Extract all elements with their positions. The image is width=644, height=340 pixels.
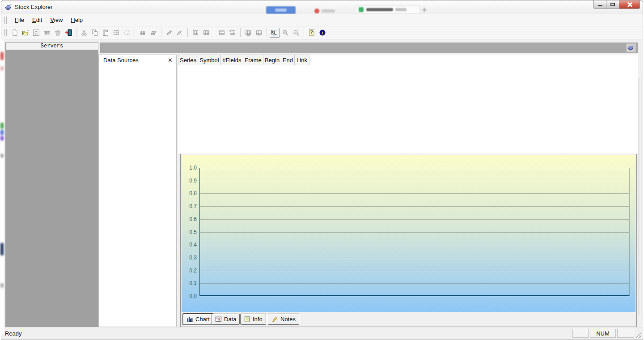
- chart-surface: 1.00.90.80.70.60.50.40.30.20.10.0: [182, 155, 636, 314]
- menu-gripper[interactable]: [4, 17, 7, 24]
- copy-button[interactable]: [90, 28, 100, 38]
- select-frame-button[interactable]: [122, 28, 132, 38]
- gridline: [200, 219, 629, 220]
- tab-label: Chart: [195, 316, 210, 323]
- svg-text:?: ?: [310, 30, 313, 35]
- column-header-frame[interactable]: Frame: [243, 55, 263, 65]
- servers-panel: Servers: [5, 42, 98, 327]
- menu-item-file[interactable]: File: [11, 15, 28, 25]
- window-right-frame: [638, 78, 642, 314]
- series-table-header: SeriesSymbol#FieldsFrameBeginEndLink: [178, 55, 638, 65]
- column-header-end[interactable]: End: [281, 55, 295, 65]
- menu-item-edit[interactable]: Edit: [28, 15, 46, 25]
- find-next-button[interactable]: [148, 28, 158, 38]
- draw-button[interactable]: [164, 28, 174, 38]
- stock-explorer-icon: [628, 45, 634, 51]
- app-window: Stock Explorer FileEditViewHelp ?i Serve…: [1, 0, 643, 340]
- toolbar-separator: [304, 28, 304, 37]
- desktop-artifact: [0, 136, 4, 140]
- cut-button[interactable]: [79, 28, 89, 38]
- resize-grip[interactable]: [635, 332, 641, 338]
- select-frame-icon: [123, 29, 131, 36]
- exit-button[interactable]: [64, 28, 73, 38]
- import-button[interactable]: [42, 28, 52, 38]
- chart-plot-area[interactable]: [199, 168, 630, 296]
- view-tabstrip: ChartDataInfoNotes: [181, 312, 636, 326]
- delete-row-button[interactable]: [228, 28, 237, 38]
- gridline: [200, 193, 629, 194]
- open-file-icon: [22, 29, 29, 36]
- close-icon: [627, 2, 632, 7]
- zoom-in-button[interactable]: [280, 28, 290, 38]
- background-blue-button-label-artifact: [275, 8, 287, 12]
- series-table-body[interactable]: [178, 65, 638, 153]
- status-cell-num: NUM: [590, 329, 616, 338]
- y-tick-label: 0.0: [182, 293, 197, 299]
- draw-poly-button[interactable]: [175, 28, 185, 38]
- tab-label: Data: [224, 316, 236, 323]
- zoom-out-button[interactable]: [291, 28, 301, 38]
- delete-column-button[interactable]: [201, 28, 211, 38]
- explorer-icon-button[interactable]: [626, 43, 636, 52]
- servers-panel-body[interactable]: [5, 50, 98, 327]
- tab-chart[interactable]: Chart: [183, 314, 213, 325]
- svg-text:i: i: [322, 30, 323, 35]
- minimize-button[interactable]: [593, 0, 606, 9]
- menu-item-help[interactable]: Help: [67, 15, 87, 25]
- gridline: [200, 168, 629, 168]
- status-bar: Ready NUM: [2, 327, 642, 339]
- copy-icon: [91, 29, 98, 36]
- tab-info[interactable]: Info: [240, 314, 266, 325]
- merge-cells-button[interactable]: [243, 28, 253, 38]
- y-tick-label: 0.4: [182, 242, 197, 248]
- paste-button[interactable]: [101, 28, 110, 38]
- split-window-button[interactable]: [111, 28, 121, 38]
- toolbar-separator: [240, 28, 241, 37]
- title-bar[interactable]: Stock Explorer: [1, 0, 643, 14]
- maximize-button[interactable]: [606, 0, 619, 9]
- column-header-num-fields[interactable]: #Fields: [221, 55, 243, 65]
- gridline: [200, 181, 629, 181]
- data-sources-body[interactable]: [99, 66, 176, 327]
- tab-data[interactable]: Data: [212, 314, 240, 325]
- tab-notes[interactable]: Notes: [268, 314, 299, 325]
- y-tick-label: 0.6: [182, 216, 197, 222]
- desktop-artifact: [0, 154, 4, 157]
- open-file-button[interactable]: [21, 28, 30, 38]
- background-red-tab-label-artifact: [322, 9, 335, 13]
- draw-poly-icon: [176, 29, 183, 36]
- find-icon: [139, 29, 146, 36]
- y-tick-label: 0.8: [182, 190, 197, 196]
- exit-icon: [65, 29, 72, 36]
- zoom-out-icon: [292, 29, 300, 36]
- background-red-icon-artifact: [314, 8, 319, 13]
- toolbar-gripper[interactable]: [4, 29, 7, 36]
- data-sources-close-icon[interactable]: ✕: [168, 57, 173, 64]
- desktop-artifact: [0, 243, 4, 255]
- column-header-series[interactable]: Series: [178, 55, 198, 65]
- close-button[interactable]: [619, 0, 640, 9]
- column-header-link[interactable]: Link: [295, 55, 309, 65]
- delete-button[interactable]: [53, 28, 63, 38]
- help-button[interactable]: ?: [307, 28, 317, 38]
- insert-column-icon: [192, 29, 199, 36]
- insert-row-button[interactable]: [217, 28, 227, 38]
- gridline: [200, 283, 629, 284]
- column-header-symbol[interactable]: Symbol: [198, 55, 221, 65]
- about-button[interactable]: i: [318, 28, 327, 38]
- column-header-begin[interactable]: Begin: [263, 55, 281, 65]
- refresh-button[interactable]: [31, 28, 41, 38]
- cut-icon: [80, 29, 88, 36]
- toolbar-separator: [135, 28, 135, 37]
- find-button[interactable]: [138, 28, 148, 38]
- y-tick-label: 0.2: [182, 268, 197, 274]
- merge-cells-icon: [245, 29, 252, 36]
- notes-pencil-icon: [271, 316, 278, 323]
- zoom-window-button[interactable]: [270, 28, 280, 38]
- menu-item-view[interactable]: View: [46, 15, 67, 25]
- new-document-button[interactable]: [10, 28, 20, 38]
- insert-column-button[interactable]: [191, 28, 200, 38]
- gridline: [200, 206, 629, 207]
- split-cells-button[interactable]: [254, 28, 264, 38]
- background-tab-subtitle-artifact: [395, 8, 407, 11]
